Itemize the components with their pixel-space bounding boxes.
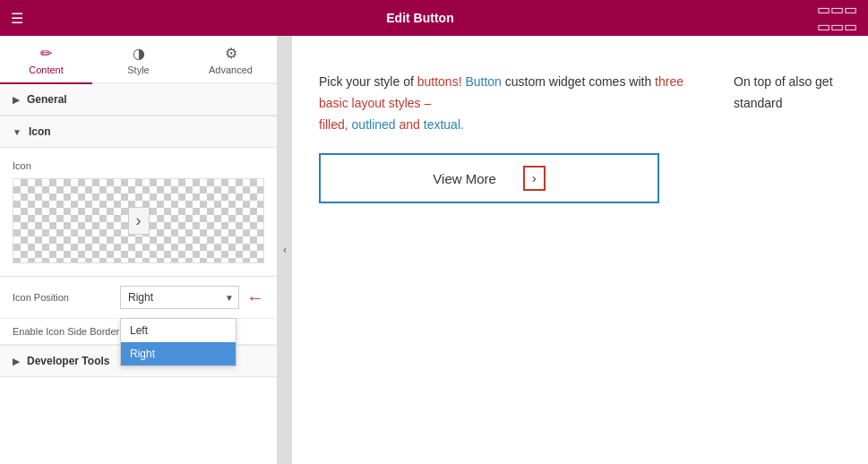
highlight-outlined: outlined bbox=[352, 117, 396, 132]
top-bar: ☰ Edit Button ▭▭▭▭▭▭ bbox=[0, 0, 868, 36]
main-layout: ✏ Content ◑ Style ⚙ Advanced ▶ General ▼… bbox=[0, 36, 868, 464]
icon-expand-icon: ▼ bbox=[13, 127, 21, 137]
demo-view-more-button[interactable]: View More › bbox=[319, 153, 659, 203]
icon-section-header[interactable]: ▼ Icon bbox=[0, 116, 277, 148]
content-paragraph: Pick your style of buttons! Button custo… bbox=[319, 72, 695, 135]
highlight-buttons: buttons! bbox=[417, 74, 462, 89]
highlight-and: and bbox=[400, 117, 420, 132]
right-content-area: Pick your style of buttons! Button custo… bbox=[292, 36, 868, 464]
demo-button-label: View More bbox=[433, 171, 496, 186]
general-label: General bbox=[27, 93, 67, 106]
tab-content[interactable]: ✏ Content bbox=[0, 36, 92, 84]
panel-toggle-button[interactable]: ‹ bbox=[278, 36, 292, 464]
dropdown-option-left[interactable]: Left bbox=[121, 319, 236, 342]
general-section-header[interactable]: ▶ General bbox=[0, 84, 277, 116]
tab-style[interactable]: ◑ Style bbox=[92, 36, 185, 84]
icon-section-label: Icon bbox=[29, 125, 51, 138]
panel-toggle-icon: ‹ bbox=[283, 244, 287, 256]
icon-field-label: Icon bbox=[13, 160, 264, 171]
left-panel: ✏ Content ◑ Style ⚙ Advanced ▶ General ▼… bbox=[0, 36, 278, 464]
tab-advanced[interactable]: ⚙ Advanced bbox=[185, 36, 277, 84]
icon-position-row: Icon Position Right Left ▼ Left Right ← bbox=[0, 277, 277, 319]
overflow-paragraph: On top of also get standard bbox=[734, 72, 841, 115]
hamburger-icon[interactable]: ☰ bbox=[11, 10, 23, 27]
icon-preview-arrow: › bbox=[128, 207, 150, 235]
tab-advanced-label: Advanced bbox=[209, 64, 253, 75]
tab-style-label: Style bbox=[127, 64, 149, 75]
red-arrow-indicator-icon: ← bbox=[246, 288, 264, 308]
icon-position-select-wrapper: Right Left ▼ Left Right bbox=[120, 286, 239, 309]
tab-content-label: Content bbox=[29, 64, 64, 75]
general-expand-icon: ▶ bbox=[13, 95, 20, 105]
developer-tools-label: Developer Tools bbox=[27, 355, 109, 367]
overflow-text-block: On top of also get standard bbox=[734, 72, 841, 115]
icon-position-label: Icon Position bbox=[13, 292, 120, 303]
demo-button-arrow-icon: › bbox=[523, 166, 546, 191]
enable-side-border-label: Enable Icon Side Border bbox=[13, 326, 120, 337]
content-tab-icon: ✏ bbox=[40, 45, 52, 62]
page-title: Edit Button bbox=[386, 11, 453, 25]
highlight-three: three basic layout styles – bbox=[319, 74, 683, 110]
advanced-tab-icon: ⚙ bbox=[225, 45, 237, 62]
dropdown-option-right[interactable]: Right bbox=[121, 342, 236, 365]
dev-tools-expand-icon: ▶ bbox=[13, 357, 20, 366]
highlight-textual: textual. bbox=[424, 117, 464, 132]
icon-position-dropdown: Left Right bbox=[120, 318, 236, 366]
grid-icon[interactable]: ▭▭▭▭▭▭ bbox=[817, 1, 857, 35]
content-text-block: Pick your style of buttons! Button custo… bbox=[319, 72, 695, 135]
icon-position-select[interactable]: Right Left bbox=[120, 286, 239, 309]
icon-preview: › bbox=[13, 178, 264, 263]
icon-section-content: Icon › bbox=[0, 148, 277, 277]
style-tab-icon: ◑ bbox=[133, 45, 145, 62]
content-column: Pick your style of buttons! Button custo… bbox=[319, 72, 707, 203]
tab-bar: ✏ Content ◑ Style ⚙ Advanced bbox=[0, 36, 277, 84]
highlight-filled: filled, bbox=[319, 117, 348, 132]
button-demo-area: View More › bbox=[319, 153, 707, 203]
highlight-button: Button bbox=[465, 74, 501, 89]
